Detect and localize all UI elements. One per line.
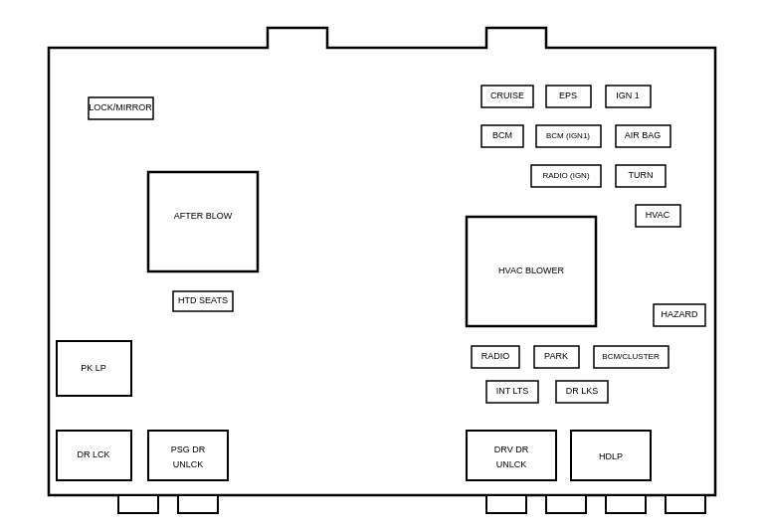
svg-rect-3 <box>546 495 586 513</box>
psg-dr-unlck-label-1: PSG DR <box>171 444 206 454</box>
park-label: PARK <box>544 351 568 361</box>
fuse-diagram: LOCK/MIRROR AFTER BLOW HTD SEATS PK LP D… <box>19 18 745 515</box>
lock-mirror-label: LOCK/MIRROR <box>89 102 152 112</box>
cruise-label: CRUISE <box>490 90 524 100</box>
after-blow-label: AFTER BLOW <box>174 211 233 221</box>
air-bag-label: AIR BAG <box>625 130 662 140</box>
drv-dr-unlck-label-2: UNLCK <box>496 459 527 469</box>
radio-label: RADIO <box>481 351 510 361</box>
hvac-blower-label: HVAC BLOWER <box>498 266 564 275</box>
psg-dr-unlck-fuse <box>148 431 228 480</box>
htd-seats-label: HTD SEATS <box>178 295 228 305</box>
svg-rect-0 <box>118 495 158 513</box>
hazard-label: HAZARD <box>661 309 698 319</box>
ign1-label: IGN 1 <box>616 90 640 100</box>
turn-label: TURN <box>629 170 654 180</box>
dr-lks-label: DR LKS <box>566 386 599 396</box>
svg-rect-4 <box>606 495 646 513</box>
hvac-small-label: HVAC <box>646 210 670 220</box>
after-blow-fuse <box>148 172 258 271</box>
eps-label: EPS <box>559 90 577 100</box>
svg-rect-5 <box>666 495 705 513</box>
svg-rect-2 <box>486 495 526 513</box>
radio-ign-label: RADIO (IGN) <box>542 171 589 180</box>
bcm-ign-label: BCM (IGN1) <box>546 131 590 140</box>
bcm-label: BCM <box>492 130 512 140</box>
drv-dr-unlck-label-1: DRV DR <box>494 444 529 454</box>
bcm-cluster-label: BCM/CLUSTER <box>602 352 660 361</box>
int-lts-label: INT LTS <box>496 386 529 396</box>
hdlp-label: HDLP <box>599 451 623 461</box>
pk-lp-label: PK LP <box>81 363 106 373</box>
svg-rect-1 <box>178 495 218 513</box>
drv-dr-unlck-fuse <box>467 431 556 480</box>
dr-lck-label: DR LCK <box>77 449 109 459</box>
psg-dr-unlck-label-2: UNLCK <box>173 459 204 469</box>
